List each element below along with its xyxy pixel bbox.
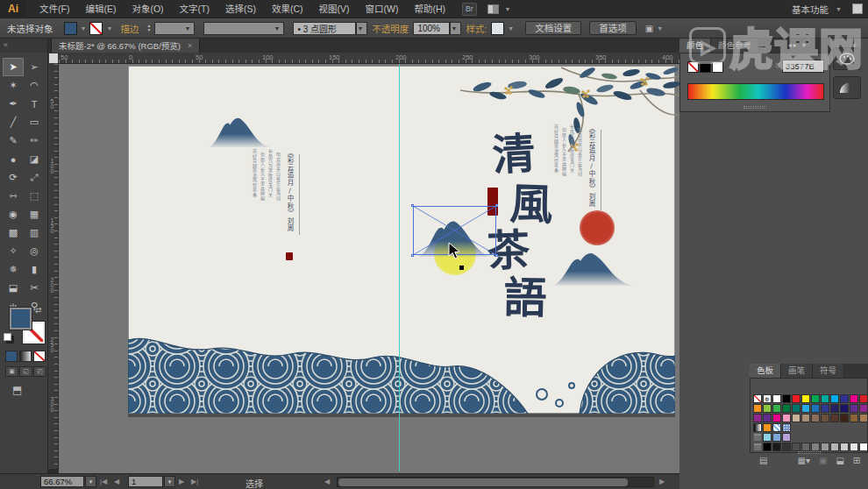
swatch[interactable]: [840, 414, 849, 422]
tools-collapse-chevron[interactable]: «: [0, 39, 48, 53]
swatch[interactable]: [753, 414, 762, 422]
gradient-button[interactable]: [19, 351, 32, 362]
stroke-link[interactable]: 描边: [120, 22, 139, 35]
swatch[interactable]: [772, 394, 781, 403]
color-spectrum-bar[interactable]: [687, 83, 824, 100]
tab-swatches-0[interactable]: 色板: [750, 364, 781, 378]
tab-swatches-1[interactable]: 画笔: [781, 364, 813, 378]
swatch[interactable]: [850, 443, 858, 451]
swatch[interactable]: [850, 414, 858, 422]
swatch[interactable]: [811, 404, 820, 413]
opacity-field[interactable]: 100%: [413, 22, 450, 35]
swatch-group-folder[interactable]: [753, 443, 762, 451]
variable-width-dropdown[interactable]: ▼: [203, 22, 284, 35]
swatch[interactable]: [763, 433, 772, 442]
swatch[interactable]: [782, 423, 791, 432]
selection-handle[interactable]: [495, 204, 498, 207]
lasso-tool[interactable]: ◠: [24, 76, 45, 95]
artboard-dropdown-caret[interactable]: ▼: [164, 476, 175, 487]
selection-tool[interactable]: ➤: [3, 58, 24, 76]
eyedropper-tool[interactable]: ✧: [3, 242, 24, 260]
first-artboard-icon[interactable]: |◀: [100, 478, 107, 485]
center-guide-line[interactable]: [399, 64, 400, 471]
black-swatch[interactable]: [700, 61, 711, 73]
horizontal-scrollbar[interactable]: [337, 477, 654, 487]
menu-item-6[interactable]: 视图(V): [311, 0, 358, 18]
scroll-right-icon[interactable]: ▶: [659, 478, 665, 485]
chevron-down-icon[interactable]: ▼: [81, 25, 87, 32]
gradient-panel-icon[interactable]: [833, 76, 861, 99]
swatch[interactable]: [830, 404, 839, 413]
swatch-group-folder[interactable]: [753, 433, 762, 442]
swatch[interactable]: [830, 414, 839, 422]
perspective-grid-tool[interactable]: ▦: [24, 205, 45, 223]
document-setup-button[interactable]: 文档设置: [525, 21, 581, 35]
swatch[interactable]: [811, 443, 820, 451]
default-fill-stroke-icon[interactable]: [4, 333, 11, 341]
none-button[interactable]: [33, 351, 46, 362]
swatch[interactable]: [830, 443, 839, 451]
fill-color-swatch[interactable]: [64, 22, 77, 35]
scale-tool[interactable]: ⤢: [24, 168, 45, 187]
hex-value-field[interactable]: 33577B: [782, 60, 824, 73]
selection-handle[interactable]: [411, 204, 414, 207]
swatch[interactable]: [782, 443, 791, 451]
gradient-tool[interactable]: ▥: [24, 223, 45, 242]
stroke-weight-stepper[interactable]: ▲▼: [145, 22, 153, 35]
canvas-area[interactable]: 《彩云追月/中秋》刘周 明月出天山苍茫云海间长风几万里吹度玉门关但愿人长久千里共…: [59, 64, 679, 473]
chevron-down-icon[interactable]: ▼: [657, 25, 663, 32]
free-transform-tool[interactable]: ⬚: [24, 187, 45, 205]
style-swatch[interactable]: [491, 22, 504, 35]
swatch[interactable]: [840, 404, 849, 413]
horizontal-ruler[interactable]: 50050100150200250300350400: [59, 53, 679, 64]
none-swatch[interactable]: [687, 61, 699, 73]
swatch[interactable]: [801, 443, 810, 451]
menu-item-1[interactable]: 编辑(E): [77, 0, 124, 18]
workspace-switcher[interactable]: 基本功能: [792, 3, 829, 16]
tab-swatches-2[interactable]: 符号: [813, 364, 844, 378]
mesh-tool[interactable]: ▩: [3, 223, 24, 242]
blob-brush-tool[interactable]: ●: [3, 150, 24, 168]
swatch[interactable]: [763, 404, 772, 413]
swatch[interactable]: [753, 423, 762, 432]
pen-tool[interactable]: ✒: [3, 95, 24, 113]
swatch[interactable]: [821, 394, 829, 403]
zoom-dropdown-caret[interactable]: ▼: [85, 476, 96, 487]
brush-definition-field[interactable]: • 3 点圆形: [293, 22, 356, 35]
swatch[interactable]: [782, 394, 791, 403]
rotate-tool[interactable]: ⟳: [3, 168, 24, 187]
next-artboard-icon[interactable]: ▶: [179, 478, 184, 485]
screen-mode-icon[interactable]: ⬒: [12, 384, 22, 396]
swatch[interactable]: [821, 443, 829, 451]
selection-handle[interactable]: [495, 254, 498, 257]
symbol-sprayer-tool[interactable]: ✵: [3, 260, 24, 279]
swatch[interactable]: [801, 414, 810, 422]
type-tool[interactable]: T: [24, 95, 45, 113]
swap-fill-stroke-icon[interactable]: ⇄: [35, 306, 42, 315]
artboard-tool[interactable]: ⬓: [3, 279, 24, 297]
line-segment-tool[interactable]: ╱: [3, 113, 24, 131]
swatch[interactable]: [792, 404, 800, 413]
swatch[interactable]: [772, 423, 781, 432]
shape-builder-tool[interactable]: ◉: [3, 205, 24, 223]
fill-proxy-swatch[interactable]: [10, 308, 32, 330]
swatch[interactable]: [792, 394, 800, 403]
selection-handle[interactable]: [411, 254, 414, 257]
last-artboard-icon[interactable]: ▶|: [191, 478, 198, 485]
new-group-folder-icon[interactable]: ⬓: [836, 456, 843, 465]
swatch-options-icon[interactable]: ▣: [819, 456, 827, 465]
document-tab[interactable]: 未标题-2* @ 66.67% (RGB/预览) ×: [51, 39, 200, 53]
menu-item-8[interactable]: 帮助(H): [407, 0, 454, 18]
stroke-color-swatch[interactable]: [89, 22, 103, 35]
swatch[interactable]: [859, 443, 868, 451]
swatch[interactable]: [850, 394, 858, 403]
arrange-documents-icon[interactable]: ▼: [487, 4, 515, 14]
close-icon[interactable]: ×: [188, 41, 192, 50]
panel-resize-gripper[interactable]: [798, 451, 821, 454]
pencil-tool[interactable]: ✏: [24, 131, 45, 150]
prev-artboard-icon[interactable]: ◀: [114, 478, 119, 485]
menu-item-2[interactable]: 对象(O): [124, 0, 171, 18]
draw-inside-icon[interactable]: ◰: [33, 366, 46, 377]
draw-normal-icon[interactable]: ▣: [5, 366, 18, 377]
swatch-libraries-icon[interactable]: ▤: [759, 456, 767, 465]
